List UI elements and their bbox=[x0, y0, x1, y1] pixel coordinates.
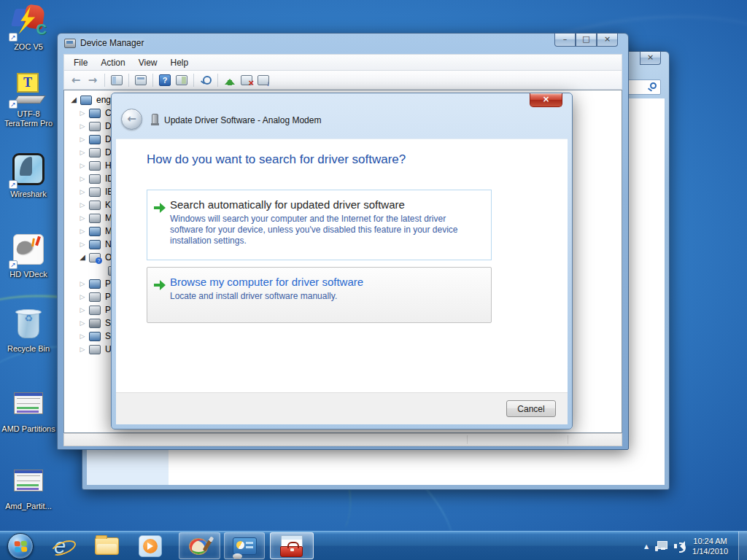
help-button[interactable]: ? bbox=[158, 73, 172, 88]
collapsed-arrow-icon[interactable]: ▷ bbox=[77, 277, 88, 290]
toolbar: ← → ? bbox=[63, 70, 622, 90]
expanded-arrow-icon[interactable]: ◢ bbox=[77, 251, 88, 264]
taskbar-windows-explorer[interactable] bbox=[93, 534, 120, 559]
window-title: Device Manager bbox=[80, 38, 144, 48]
processors-icon bbox=[89, 306, 101, 315]
expanded-arrow-icon[interactable]: ◢ bbox=[69, 93, 79, 106]
start-button[interactable] bbox=[7, 533, 34, 559]
desktop-icon-hdvdeck[interactable]: ↗ HD VDeck bbox=[0, 232, 57, 279]
desktop-icon-label: AMD Partitions bbox=[0, 424, 57, 434]
option-browse-computer[interactable]: Browse my computer for driver software L… bbox=[147, 267, 492, 323]
search-icon bbox=[650, 82, 657, 89]
collapsed-arrow-icon[interactable]: ▷ bbox=[77, 238, 88, 251]
collapsed-arrow-icon[interactable]: ▷ bbox=[77, 211, 88, 225]
menu-action[interactable]: Action bbox=[94, 56, 131, 69]
device-panel-icon bbox=[233, 537, 257, 555]
dvd-cdrom-icon bbox=[89, 148, 101, 158]
items-view-button[interactable] bbox=[174, 73, 189, 88]
taskbar-media-player[interactable] bbox=[137, 534, 163, 559]
taskbar-device-manager[interactable] bbox=[270, 532, 314, 559]
option-title: Browse my computer for driver software bbox=[170, 275, 481, 289]
taskbar-paint[interactable] bbox=[179, 532, 220, 559]
show-desktop-button[interactable] bbox=[738, 532, 747, 560]
update-driver-dialog: × ← Update Driver Software - Analog Mode… bbox=[111, 93, 573, 429]
collapsed-arrow-icon[interactable]: ▷ bbox=[77, 185, 88, 198]
green-arrow-icon bbox=[154, 280, 166, 290]
sound-icon bbox=[89, 319, 101, 328]
collapsed-arrow-icon[interactable]: ▷ bbox=[77, 146, 88, 159]
desktop-icon-zoc[interactable]: C↗ ZOC V5 bbox=[0, 4, 57, 52]
scan-hardware-changes-button[interactable] bbox=[256, 73, 271, 88]
dialog-header: ← Update Driver Software - Analog Modem bbox=[116, 98, 568, 139]
back-arrow-icon: ← bbox=[127, 112, 136, 125]
desktop-icon-label: Amd_Partit... bbox=[0, 502, 57, 511]
taskbar: e ▲ 10:24 AM 1/14/2010 bbox=[0, 531, 747, 560]
collapsed-arrow-icon[interactable]: ▷ bbox=[77, 120, 88, 133]
close-button[interactable]: × bbox=[640, 52, 661, 65]
hidden-icons-button[interactable]: ▲ bbox=[644, 543, 649, 550]
collapsed-arrow-icon[interactable]: ▷ bbox=[77, 225, 88, 238]
recycle-bin-icon: ♻ bbox=[11, 306, 46, 341]
items-view-icon bbox=[176, 75, 187, 85]
properties-button[interactable] bbox=[133, 73, 148, 88]
cancel-button[interactable]: Cancel bbox=[506, 400, 556, 417]
collapsed-arrow-icon[interactable]: ▷ bbox=[77, 290, 88, 303]
dialog-content: How do you want to search for driver sof… bbox=[116, 139, 568, 424]
hid-icon bbox=[89, 161, 101, 171]
desktop-icon-label: Wireshark bbox=[0, 190, 57, 199]
collapsed-arrow-icon[interactable]: ▷ bbox=[77, 159, 88, 172]
scan-icon bbox=[200, 75, 212, 85]
collapsed-arrow-icon[interactable]: ▷ bbox=[77, 172, 88, 185]
windows-flag-icon bbox=[14, 540, 27, 552]
clock[interactable]: 10:24 AM 1/14/2010 bbox=[692, 536, 728, 556]
taskbar-device-panel[interactable] bbox=[224, 532, 265, 559]
shortcut-arrow-icon: ↗ bbox=[9, 260, 18, 269]
desktop-icon-label: ZOC V5 bbox=[0, 42, 57, 52]
back-button[interactable]: ← bbox=[69, 73, 83, 88]
system-devices-icon bbox=[89, 332, 101, 341]
menu-view[interactable]: View bbox=[132, 56, 164, 69]
disk-drives-icon bbox=[89, 122, 101, 131]
back-icon: ← bbox=[71, 74, 81, 87]
volume-icon[interactable] bbox=[674, 541, 686, 551]
paint-icon bbox=[189, 536, 211, 556]
desktop-icon-recycle-bin[interactable]: ♻ Recycle Bin bbox=[0, 306, 57, 354]
back-button[interactable]: ← bbox=[121, 109, 142, 130]
collapsed-arrow-icon[interactable]: ▷ bbox=[77, 198, 88, 211]
update-driver-button[interactable] bbox=[222, 73, 237, 88]
help-icon: ? bbox=[159, 74, 171, 86]
maximize-button[interactable]: □ bbox=[576, 34, 597, 47]
desktop-icon-amd-partitions[interactable]: AMD Partitions bbox=[0, 386, 57, 434]
media-player-icon bbox=[139, 535, 162, 557]
desktop-icon-teraterm[interactable]: T↗ UTF-8 TeraTerm Pro bbox=[0, 71, 57, 128]
menu-file[interactable]: File bbox=[67, 56, 94, 69]
collapsed-arrow-icon[interactable]: ▷ bbox=[77, 303, 88, 316]
minimize-button[interactable]: – bbox=[554, 34, 576, 47]
collapsed-arrow-icon[interactable]: ▷ bbox=[77, 343, 88, 356]
uninstall-icon bbox=[241, 75, 252, 85]
monitors-icon bbox=[89, 227, 101, 236]
desktop-icon-wireshark[interactable]: ↗ Wireshark bbox=[0, 152, 57, 199]
collapsed-arrow-icon[interactable]: ▷ bbox=[77, 330, 88, 343]
close-button[interactable]: × bbox=[597, 34, 618, 47]
keyboards-icon bbox=[89, 201, 101, 210]
driver-icon bbox=[152, 114, 158, 125]
uninstall-device-button[interactable] bbox=[239, 73, 254, 88]
desktop-icon-amd-partit[interactable]: Amd_Partit... bbox=[0, 464, 57, 511]
computer-icon bbox=[89, 109, 101, 118]
forward-button[interactable]: → bbox=[85, 73, 100, 88]
ports-icon bbox=[89, 292, 101, 302]
zoc-icon: C↗ bbox=[11, 4, 46, 39]
forward-icon: → bbox=[88, 74, 98, 87]
network-icon[interactable] bbox=[655, 541, 667, 551]
taskbar-internet-explorer[interactable]: e bbox=[47, 534, 73, 559]
collapsed-arrow-icon[interactable]: ▷ bbox=[77, 106, 88, 120]
collapsed-arrow-icon[interactable]: ▷ bbox=[77, 133, 88, 146]
menu-help[interactable]: Help bbox=[164, 56, 196, 69]
option-search-automatically[interactable]: Search automatically for updated driver … bbox=[147, 190, 492, 260]
scan-button[interactable] bbox=[198, 73, 213, 88]
desktop-icon-label: Recycle Bin bbox=[0, 344, 57, 354]
collapsed-arrow-icon[interactable]: ▷ bbox=[77, 316, 88, 330]
title-bar[interactable]: Device Manager – □ × bbox=[58, 34, 628, 54]
show-console-tree-button[interactable] bbox=[109, 73, 124, 88]
